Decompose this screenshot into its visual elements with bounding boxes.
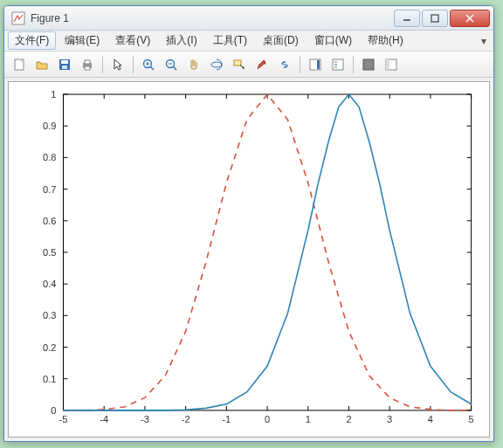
print-icon[interactable] (78, 55, 97, 74)
data-cursor-icon[interactable] (230, 55, 249, 74)
toolbar-separator (353, 56, 354, 73)
xtick-label: -1 (222, 414, 231, 424)
svg-rect-30 (63, 94, 471, 410)
zoom-out-icon[interactable] (162, 55, 181, 74)
xtick-label: 0 (265, 414, 270, 424)
pointer-icon[interactable] (108, 55, 127, 74)
xtick-label: 4 (428, 414, 433, 424)
menubar: 文件(F) 编辑(E) 查看(V) 插入(I) 工具(T) 桌面(D) 窗口(W… (4, 31, 493, 52)
svg-point-18 (211, 62, 222, 67)
ytick-label: 0.9 (43, 121, 56, 131)
axes[interactable]: -5-4-3-2-101234500.10.20.30.40.50.60.70.… (8, 81, 490, 438)
xtick-label: -2 (182, 414, 190, 424)
svg-rect-23 (333, 59, 343, 70)
show-plot-tools-icon[interactable] (382, 55, 401, 74)
xtick-label: 5 (469, 414, 474, 424)
xtick-label: -5 (59, 414, 68, 424)
ytick-label: 0.4 (43, 279, 56, 289)
colorbar-icon[interactable] (306, 55, 325, 74)
menu-view[interactable]: 查看(V) (108, 31, 157, 50)
link-icon[interactable] (275, 55, 294, 74)
svg-rect-19 (234, 60, 241, 65)
svg-line-16 (173, 66, 176, 70)
ytick-label: 0.1 (43, 374, 56, 384)
matlab-figure-icon (11, 11, 25, 25)
menu-file[interactable]: 文件(F) (8, 31, 56, 50)
ytick-label: 0.7 (43, 184, 56, 195)
save-icon[interactable] (55, 55, 74, 74)
new-file-icon[interactable] (10, 55, 29, 74)
svg-rect-29 (386, 59, 389, 70)
close-button[interactable] (450, 10, 490, 27)
svg-rect-2 (431, 15, 438, 22)
svg-rect-10 (85, 66, 90, 70)
chart-svg: -5-4-3-2-101234500.10.20.30.40.50.60.70.… (9, 82, 489, 437)
svg-line-12 (150, 66, 154, 70)
svg-rect-9 (85, 60, 90, 64)
ytick-label: 0.6 (43, 216, 56, 226)
ytick-label: 0 (51, 405, 56, 416)
open-folder-icon[interactable] (32, 55, 52, 74)
hide-plot-tools-icon[interactable] (359, 55, 378, 74)
menu-edit[interactable]: 编辑(E) (58, 31, 107, 50)
toolbar-separator (133, 56, 134, 73)
xtick-label: 1 (306, 414, 311, 424)
pan-icon[interactable] (184, 55, 203, 74)
menu-window[interactable]: 窗口(W) (307, 31, 359, 50)
window-title: Figure 1 (31, 12, 392, 24)
toolbar (4, 52, 493, 78)
xtick-label: 3 (387, 414, 392, 424)
brush-icon[interactable] (252, 55, 272, 74)
xtick-label: -3 (141, 414, 149, 424)
legend-icon[interactable] (328, 55, 348, 74)
menu-help[interactable]: 帮助(H) (361, 31, 410, 50)
ytick-label: 0.2 (43, 342, 56, 353)
ytick-label: 0.8 (43, 152, 56, 162)
menu-overflow-chevron-icon[interactable]: ▾ (478, 35, 490, 47)
maximize-button[interactable] (422, 10, 448, 27)
svg-rect-22 (317, 60, 320, 69)
menu-desktop[interactable]: 桌面(D) (256, 31, 306, 50)
menu-insert[interactable]: 插入(I) (159, 31, 203, 50)
menu-tools[interactable]: 工具(T) (206, 31, 254, 50)
minimize-button[interactable] (394, 10, 420, 27)
ytick-label: 0.3 (43, 310, 56, 320)
svg-rect-27 (363, 59, 374, 70)
titlebar[interactable]: Figure 1 (4, 6, 493, 31)
ytick-label: 0.5 (43, 247, 56, 258)
window-controls (392, 10, 490, 27)
figure-window: Figure 1 文件(F) 编辑(E) 查看(V) 插入(I) 工具(T) 桌… (3, 5, 494, 442)
zoom-in-icon[interactable] (139, 55, 158, 74)
svg-rect-6 (61, 60, 68, 64)
xtick-label: -4 (100, 414, 108, 424)
rotate3d-icon[interactable] (207, 55, 226, 74)
svg-rect-7 (62, 65, 67, 69)
toolbar-separator (102, 56, 103, 73)
xtick-label: 2 (346, 414, 351, 424)
toolbar-separator (300, 56, 300, 73)
ytick-label: 1 (51, 89, 56, 100)
